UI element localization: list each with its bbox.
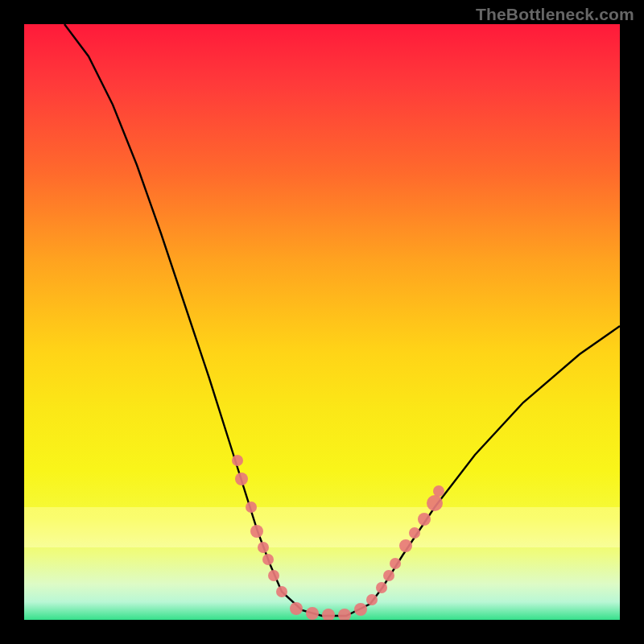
- data-marker: [258, 542, 269, 553]
- data-marker: [338, 609, 351, 620]
- data-marker: [418, 513, 431, 526]
- data-marker: [376, 582, 387, 593]
- data-marker: [366, 594, 378, 605]
- curve-layer: [24, 24, 620, 620]
- data-marker: [433, 485, 444, 497]
- data-marker: [306, 607, 319, 620]
- data-marker: [390, 558, 401, 569]
- data-marker: [383, 570, 394, 581]
- data-marker: [322, 609, 335, 620]
- data-marker: [250, 525, 263, 538]
- plot-area: [24, 24, 620, 620]
- chart-frame: TheBottleneck.com: [0, 0, 644, 644]
- data-marker: [409, 527, 420, 539]
- data-marker: [354, 603, 367, 616]
- data-marker: [427, 495, 443, 511]
- bottleneck-curve: [64, 24, 620, 616]
- data-marker: [276, 586, 287, 597]
- watermark-text: TheBottleneck.com: [476, 5, 634, 24]
- data-marker: [290, 602, 303, 615]
- data-marker: [268, 570, 279, 581]
- data-marker: [399, 539, 412, 552]
- data-marker: [235, 473, 248, 485]
- data-marker: [262, 554, 274, 565]
- data-markers: [232, 455, 444, 620]
- data-marker: [246, 502, 257, 513]
- data-marker: [232, 455, 243, 466]
